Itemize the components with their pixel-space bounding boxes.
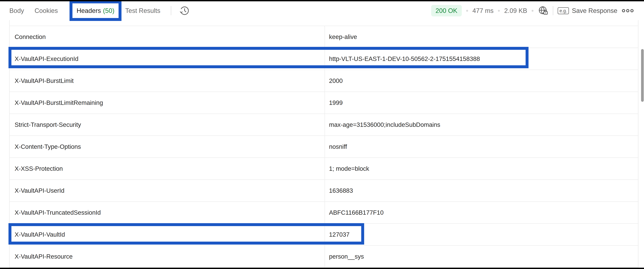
- screenshot-top-edge: [0, 0, 644, 1]
- table-row-x-vaultapi-userid: X-VaultAPI-UserId1636883: [10, 180, 638, 202]
- header-value-cell[interactable]: person__sys: [324, 246, 638, 267]
- globe-lock-icon[interactable]: [538, 6, 548, 16]
- separator-dot: [466, 10, 468, 12]
- table-row-x-vaultapi-burstlimit: X-VaultAPI-BurstLimit2000: [10, 70, 638, 92]
- status-group: 200 OK 477 ms 2.09 KB e.g. Save Response: [431, 5, 634, 17]
- header-value-cell[interactable]: nosniff: [324, 136, 638, 157]
- separator-dot: [532, 10, 534, 12]
- response-meta-bar: Body Cookies Headers (50) Test Results 2…: [0, 1, 644, 20]
- status-badge: 200 OK: [431, 5, 462, 17]
- header-name-cell[interactable]: X-VaultAPI-Resource: [10, 246, 324, 267]
- tab-body[interactable]: Body: [9, 7, 24, 14]
- table-row-x-content-type-options: X-Content-Type-Optionsnosniff: [10, 136, 638, 158]
- table-row-x-vaultapi-truncatedsessionid: X-VaultAPI-TruncatedSessionIdABFC1166B17…: [10, 202, 638, 224]
- header-name-cell[interactable]: X-VaultAPI-TruncatedSessionId: [10, 202, 324, 223]
- header-name-cell[interactable]: Connection: [10, 26, 324, 48]
- three-dots-icon[interactable]: [622, 9, 634, 13]
- topbar-divider: [553, 6, 553, 15]
- tab-headers-highlight-box[interactable]: Headers (50): [70, 1, 122, 21]
- tab-headers[interactable]: Headers: [76, 7, 101, 14]
- header-name-cell[interactable]: Strict-Transport-Security: [10, 114, 324, 135]
- response-time: 477 ms: [472, 7, 494, 14]
- header-value-cell[interactable]: max-age=31536000;includeSubDomains: [324, 114, 638, 135]
- topbar-divider: [171, 6, 171, 15]
- table-row-x-vaultapi-vaultid: X-VaultAPI-VaultId127037: [10, 224, 638, 246]
- table-row-connection: Connectionkeep-alive: [10, 26, 638, 48]
- header-name-cell[interactable]: X-VaultAPI-ExecutionId: [10, 48, 324, 70]
- table-row-strict-transport-security: Strict-Transport-Securitymax-age=3153600…: [10, 114, 638, 136]
- save-response-button[interactable]: Save Response: [572, 7, 617, 14]
- vertical-scrollbar-thumb[interactable]: [641, 49, 644, 102]
- separator-dot: [498, 10, 500, 12]
- header-value-cell[interactable]: keep-alive: [324, 26, 638, 48]
- table-row-x-xss-protection: X-XSS-Protection1; mode=block: [10, 158, 638, 180]
- header-value-cell[interactable]: ABFC1166B177F10: [324, 202, 638, 223]
- header-name-cell[interactable]: X-VaultAPI-BurstLimitRemaining: [10, 92, 324, 114]
- header-name-cell[interactable]: X-VaultAPI-BurstLimit: [10, 70, 324, 92]
- history-clock-icon[interactable]: [180, 6, 190, 16]
- response-headers-table: Connectionkeep-aliveX-VaultAPI-Execution…: [9, 20, 638, 268]
- table-row-x-vaultapi-burstlimitremaining: X-VaultAPI-BurstLimitRemaining1999: [10, 92, 638, 114]
- header-value-cell[interactable]: 127037: [324, 224, 638, 245]
- header-value-cell[interactable]: http-VLT-US-EAST-1-DEV-10-50562-2-175155…: [324, 48, 638, 70]
- tab-headers-count: (50): [103, 7, 114, 14]
- table-row-x-vaultapi-executionid: X-VaultAPI-ExecutionIdhttp-VLT-US-EAST-1…: [10, 48, 638, 70]
- header-name-cell[interactable]: X-VaultAPI-VaultId: [10, 224, 324, 245]
- tab-cookies[interactable]: Cookies: [34, 7, 58, 14]
- header-name-cell[interactable]: X-VaultAPI-UserId: [10, 180, 324, 201]
- header-value-cell[interactable]: 2000: [324, 70, 638, 92]
- tab-test-results[interactable]: Test Results: [125, 7, 160, 14]
- header-value-cell[interactable]: 1; mode=block: [324, 158, 638, 179]
- save-example-icon[interactable]: e.g.: [558, 7, 569, 14]
- header-value-cell[interactable]: 1999: [324, 92, 638, 114]
- table-row-partial: [10, 20, 638, 26]
- header-name-cell[interactable]: X-XSS-Protection: [10, 158, 324, 179]
- response-size: 2.09 KB: [504, 7, 527, 14]
- screenshot-bottom-edge: [0, 268, 644, 269]
- header-value-cell[interactable]: 1636883: [324, 180, 638, 201]
- table-row-x-vaultapi-resource: X-VaultAPI-Resourceperson__sys: [10, 246, 638, 268]
- header-name-cell[interactable]: X-Content-Type-Options: [10, 136, 324, 157]
